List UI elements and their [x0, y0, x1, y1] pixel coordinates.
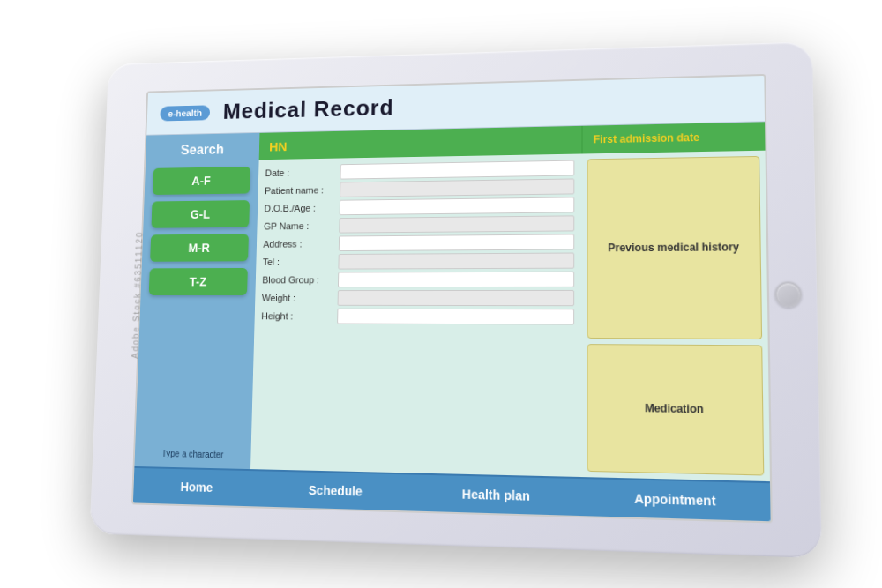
address-input[interactable] — [339, 234, 574, 251]
fields-column: Date : Patient name : D.O.B./Age : — [250, 153, 581, 477]
nav-health-plan[interactable]: Health plan — [447, 479, 544, 510]
field-weight: Weight : — [262, 289, 575, 305]
type-char-label: Type a character — [143, 441, 243, 459]
date-input[interactable] — [340, 160, 574, 179]
admission-label: First admission date — [594, 130, 699, 145]
tablet-screen: e-health Medical Record Search A-F G-L M… — [131, 73, 773, 523]
sidebar: Search A-F G-L M-R T-Z Type a character — [134, 132, 259, 468]
nav-schedule[interactable]: Schedule — [295, 475, 377, 506]
medication-card: Medication — [587, 343, 765, 475]
alpha-tz-button[interactable]: T-Z — [149, 267, 248, 294]
date-label: Date : — [265, 167, 340, 178]
search-label: Search — [153, 141, 251, 158]
field-tel: Tel : — [263, 252, 574, 269]
form-area: HN First admission date Date : — [250, 122, 770, 481]
weight-input[interactable] — [338, 289, 575, 305]
field-height: Height : — [261, 308, 574, 324]
patient-name-label: Patient name : — [265, 184, 340, 196]
field-patient-name: Patient name : — [265, 178, 574, 198]
details-row: Date : Patient name : D.O.B./Age : — [250, 150, 770, 480]
home-button[interactable] — [774, 281, 802, 307]
right-panel: Previous medical history Medication — [581, 150, 770, 480]
address-label: Address : — [263, 238, 339, 249]
dob-label: D.O.B./Age : — [264, 202, 340, 213]
hn-label: HN — [269, 138, 288, 153]
blood-group-label: Blood Group : — [262, 274, 338, 285]
page-title: Medical Record — [222, 94, 394, 124]
alpha-af-button[interactable]: A-F — [153, 166, 250, 194]
nav-appointment[interactable]: Appointment — [619, 483, 731, 516]
medication-label: Medication — [645, 401, 704, 415]
field-dob: D.O.B./Age : — [264, 197, 574, 216]
tel-label: Tel : — [263, 256, 339, 266]
blood-group-input[interactable] — [338, 271, 574, 287]
field-date: Date : — [265, 160, 574, 180]
tablet-device: e-health Medical Record Search A-F G-L M… — [90, 41, 822, 558]
tablet-scene: e-health Medical Record Search A-F G-L M… — [90, 41, 822, 558]
gp-name-input[interactable] — [339, 215, 574, 233]
medical-history-label: Previous medical history — [608, 240, 739, 253]
admission-cell: First admission date — [581, 122, 765, 153]
field-gp-name: GP Name : — [264, 215, 574, 234]
medical-history-card: Previous medical history — [587, 155, 763, 339]
tel-input[interactable] — [338, 252, 574, 269]
alpha-gl-button[interactable]: G-L — [151, 200, 250, 228]
main-content: Search A-F G-L M-R T-Z Type a character … — [134, 122, 770, 481]
ehealth-badge: e-health — [160, 104, 210, 120]
field-blood-group: Blood Group : — [262, 271, 574, 287]
gp-name-label: GP Name : — [264, 220, 340, 231]
dob-input[interactable] — [340, 197, 575, 215]
field-address: Address : — [263, 234, 574, 251]
alpha-mr-button[interactable]: M-R — [150, 234, 249, 261]
weight-label: Weight : — [262, 293, 338, 303]
height-input[interactable] — [337, 308, 574, 324]
nav-home[interactable]: Home — [167, 472, 227, 502]
patient-name-input[interactable] — [340, 178, 574, 197]
height-label: Height : — [261, 310, 337, 321]
